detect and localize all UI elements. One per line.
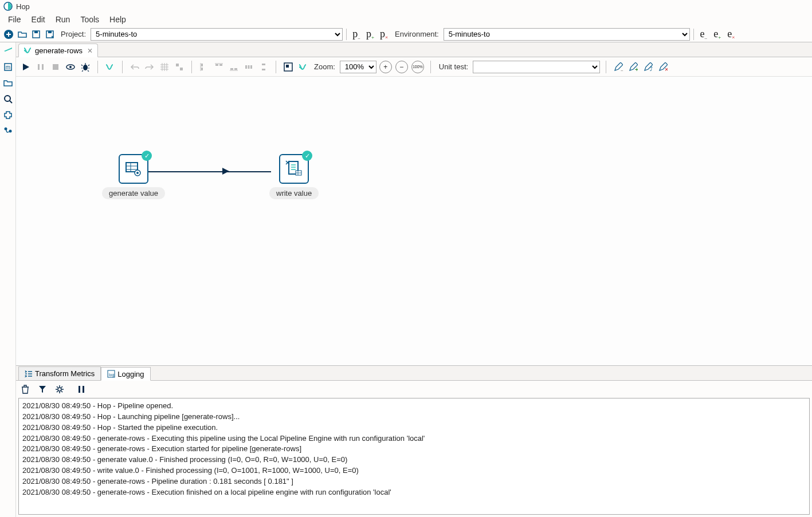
bottom-tabs: 12 Transform Metrics log Logging (16, 366, 812, 381)
menu-file[interactable]: File (3, 14, 26, 25)
env-delete-icon[interactable]: e× (725, 28, 738, 41)
tab-logging[interactable]: log Logging (101, 367, 150, 381)
svg-text:⤴: ⤴ (650, 66, 653, 72)
menu-edit[interactable]: Edit (27, 14, 50, 25)
environment-label: Environment: (391, 30, 442, 38)
unit-test-edit-button[interactable]: .. (612, 61, 625, 73)
tab-label: Transform Metrics (35, 369, 95, 378)
save-as-button[interactable] (44, 28, 56, 41)
left-sidebar: m (0, 42, 16, 517)
snap-grid-button[interactable] (158, 61, 171, 73)
project-delete-icon[interactable]: p× (378, 28, 390, 41)
open-button[interactable] (16, 28, 29, 41)
print-button[interactable] (104, 61, 116, 73)
perspective-neo4j-icon[interactable] (2, 125, 14, 137)
main-toolbar: Project: 5-minutes-to p.. p+ p× Environm… (0, 26, 812, 42)
unit-test-detach-button[interactable]: ⤴ (642, 61, 654, 73)
pause-log-button[interactable] (76, 384, 87, 395)
zoom-100-button[interactable]: 100% (411, 61, 424, 73)
editor-toolbar: Zoom: 100% + − 100% Unit test: .. + ⤴ × (16, 57, 812, 77)
node-icon-generate: ✓ (119, 154, 148, 184)
et-sep-5 (430, 61, 431, 73)
svg-rect-46 (79, 386, 80, 393)
editor-tab-generate-rows[interactable]: generate-rows ⨯ (18, 44, 98, 57)
perspective-metadata-icon[interactable]: m (2, 61, 14, 73)
save-button[interactable] (30, 28, 42, 41)
tab-label: Logging (117, 370, 144, 378)
perspective-explorer-icon[interactable] (2, 77, 14, 89)
svg-rect-47 (83, 386, 84, 393)
environment-select[interactable]: 5-minutes-to (444, 28, 690, 41)
zoom-select[interactable]: 100% (340, 61, 376, 73)
svg-rect-21 (215, 64, 218, 66)
show-execution-button[interactable] (282, 61, 295, 73)
run-button[interactable] (19, 61, 32, 73)
bottom-toolbar (16, 381, 812, 398)
debug-button[interactable] (79, 61, 92, 73)
log-output[interactable]: 2021/08/30 08:49:50 - Hop - Pipeline ope… (18, 398, 810, 515)
tab-transform-metrics[interactable]: 12 Transform Metrics (18, 366, 101, 380)
perspective-plugin-icon[interactable] (2, 109, 14, 121)
node-success-badge-icon: ✓ (142, 151, 152, 161)
align-left-button[interactable] (198, 61, 210, 73)
perspective-search-icon[interactable] (2, 93, 14, 105)
node-success-badge-icon: ✓ (302, 151, 312, 161)
et-sep-2 (122, 61, 123, 73)
distribute-v-button[interactable] (257, 61, 270, 73)
svg-rect-29 (262, 69, 265, 70)
new-button[interactable] (2, 28, 15, 41)
pause-button[interactable] (34, 61, 47, 73)
svg-rect-22 (219, 64, 222, 66)
svg-rect-19 (201, 64, 203, 66)
unit-test-add-button[interactable]: + (627, 61, 640, 73)
align-top-button[interactable] (213, 61, 225, 73)
node-label: generate value (102, 187, 165, 199)
et-sep-6 (606, 61, 606, 73)
pipeline-icon (23, 46, 33, 54)
menu-run[interactable]: Run (51, 14, 75, 25)
unit-test-delete-button[interactable]: × (657, 61, 669, 73)
app-title: Hop (16, 2, 30, 11)
log-line: 2021/08/30 08:49:50 - generate-rows - Pi… (22, 476, 806, 487)
menu-bar: File Edit Run Tools Help (0, 13, 812, 26)
node-generate-value[interactable]: ✓ generate value (102, 154, 165, 199)
svg-rect-20 (201, 68, 203, 70)
log-line: 2021/08/30 08:49:50 - generate value.0 -… (22, 455, 806, 465)
env-edit-icon[interactable]: e.. (697, 28, 710, 41)
perspective-data-orch-icon[interactable] (2, 45, 14, 57)
project-edit-icon[interactable]: p.. (350, 28, 363, 41)
zoom-in-button[interactable]: + (379, 61, 392, 73)
redo-button[interactable] (143, 61, 156, 73)
svg-point-38 (136, 172, 139, 174)
clear-log-button[interactable] (19, 384, 31, 395)
log-settings-button[interactable] (54, 384, 65, 395)
project-select[interactable]: 5-minutes-to (91, 28, 343, 41)
preview-button[interactable] (64, 61, 77, 73)
svg-text:m: m (5, 64, 10, 70)
env-add-icon[interactable]: e+ (711, 28, 724, 41)
hop-arrow-icon (222, 168, 229, 175)
unit-test-select[interactable] (473, 61, 600, 73)
node-write-value[interactable]: ✓ write value (269, 154, 319, 199)
pipeline-waves-icon[interactable] (297, 61, 309, 73)
menu-tools[interactable]: Tools (76, 14, 104, 25)
svg-rect-3 (34, 31, 38, 33)
editor-tabs: generate-rows ⨯ (16, 42, 812, 57)
pipeline-canvas[interactable]: ✓ generate value ✓ write value (16, 77, 812, 365)
project-add-icon[interactable]: p+ (364, 28, 376, 41)
zoom-out-button[interactable]: − (395, 61, 408, 73)
svg-rect-12 (42, 64, 44, 70)
svg-rect-27 (248, 65, 250, 69)
log-line: 2021/08/30 08:49:50 - generate-rows - Ex… (22, 444, 806, 455)
node-label: write value (269, 187, 319, 199)
log-line: 2021/08/30 08:49:50 - Hop - Launching pi… (22, 412, 806, 423)
close-tab-icon[interactable]: ⨯ (87, 46, 93, 54)
align-bottom-button[interactable] (227, 61, 240, 73)
filter-log-button[interactable] (37, 384, 48, 395)
menu-help[interactable]: Help (105, 14, 131, 25)
stop-button[interactable] (49, 61, 62, 73)
undo-button[interactable] (128, 61, 141, 73)
distribute-h-button[interactable] (242, 61, 255, 73)
align-button[interactable] (173, 61, 186, 73)
svg-rect-25 (245, 65, 247, 69)
